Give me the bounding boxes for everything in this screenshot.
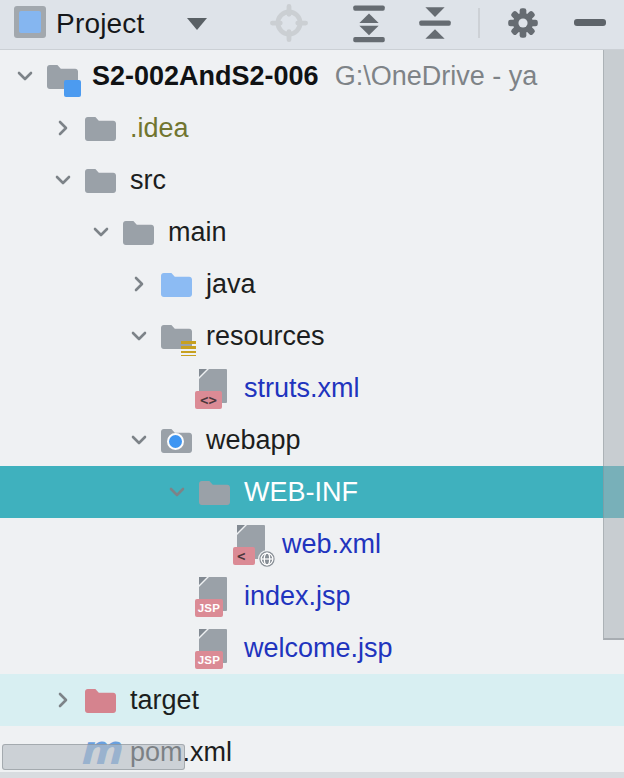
tree-row-web-xml[interactable]: <web.xml <box>0 518 624 570</box>
project-view-title[interactable]: Project <box>56 8 145 40</box>
jsp-badge: JSP <box>195 651 223 669</box>
project-tree: S2-002AndS2-006G:\OneDrive - ya.ideasrcm… <box>0 50 624 778</box>
hide-tool-window-button[interactable] <box>568 1 610 45</box>
tree-row-webapp[interactable]: webapp <box>0 414 624 466</box>
tree-item-label: main <box>168 206 227 258</box>
tree-row-idea[interactable]: .idea <box>0 102 624 154</box>
chevron-down-icon[interactable] <box>120 321 158 351</box>
collapse-all-button[interactable] <box>414 1 456 45</box>
gear-icon <box>502 2 544 44</box>
tree-item-label: .idea <box>130 102 189 154</box>
tree-item-label: resources <box>206 310 325 362</box>
expand-all-icon <box>348 2 390 44</box>
project-toolbar: Project <box>0 0 624 50</box>
tree-row-web-inf[interactable]: WEB-INF <box>0 466 624 518</box>
chevron-right-icon[interactable] <box>44 113 82 143</box>
vertical-scrollbar-thumb[interactable] <box>603 50 624 640</box>
java-source-folder-icon <box>158 263 194 305</box>
chevron-right-icon[interactable] <box>44 685 82 715</box>
tree-item-label: S2-002AndS2-006 <box>92 50 319 102</box>
tree-item-label: WEB-INF <box>244 466 358 518</box>
collapse-all-icon <box>414 2 456 44</box>
toolbar-separator <box>478 8 480 38</box>
tree-item-label: java <box>206 258 256 310</box>
chevron-down-icon[interactable] <box>82 217 120 247</box>
select-opened-file-button[interactable] <box>268 1 310 45</box>
tree-item-label: webapp <box>206 414 301 466</box>
webapp-folder-icon <box>158 419 194 461</box>
chevron-down-icon[interactable] <box>187 18 207 30</box>
settings-gear-button[interactable] <box>502 1 544 45</box>
chevron-down-icon[interactable] <box>6 61 44 91</box>
tree-item-label: web.xml <box>282 518 381 570</box>
resources-badge <box>181 341 196 356</box>
chevron-spacer <box>158 373 196 403</box>
tree-item-label: src <box>130 154 166 206</box>
chevron-right-icon[interactable] <box>120 269 158 299</box>
xml-badge: <> <box>195 391 222 409</box>
folder-icon <box>120 211 156 253</box>
chevron-spacer <box>158 633 196 663</box>
project-path: G:\OneDrive - ya <box>335 61 538 92</box>
tree-row-src[interactable]: src <box>0 154 624 206</box>
chevron-down-icon[interactable] <box>44 165 82 195</box>
tree-row-target[interactable]: target <box>0 674 624 726</box>
excluded-folder-icon <box>82 679 118 721</box>
tool-window-inner-pane <box>19 11 41 33</box>
horizontal-scrollbar-thumb[interactable] <box>2 744 185 770</box>
jsp-file-icon: JSP <box>196 627 232 669</box>
tree-row-java[interactable]: java <box>0 258 624 310</box>
folder-icon <box>196 471 232 513</box>
tree-row-struts-xml[interactable]: <>struts.xml <box>0 362 624 414</box>
jsp-file-icon: JSP <box>196 575 232 617</box>
globe-icon <box>258 550 276 568</box>
tree-row-resources[interactable]: resources <box>0 310 624 362</box>
tree-item-label: struts.xml <box>244 362 360 414</box>
tree-row-root[interactable]: S2-002AndS2-006G:\OneDrive - ya <box>0 50 624 102</box>
chevron-down-icon[interactable] <box>120 425 158 455</box>
tree-row-welcome-jsp[interactable]: JSPwelcome.jsp <box>0 622 624 674</box>
folder-icon <box>82 159 118 201</box>
resources-folder-icon <box>158 315 194 357</box>
chevron-spacer <box>196 529 234 559</box>
tree-item-label: index.jsp <box>244 570 351 622</box>
project-tool-window-icon[interactable] <box>14 6 46 38</box>
web-xml-file-icon: < <box>234 523 270 565</box>
chevron-spacer <box>158 581 196 611</box>
minimize-icon <box>574 19 606 26</box>
tree-item-label: welcome.jsp <box>244 622 393 674</box>
folder-icon <box>82 107 118 149</box>
jsp-badge: JSP <box>195 599 223 617</box>
tree-item-label: target <box>130 674 199 726</box>
xml-badge: < <box>233 547 255 565</box>
web-resource-badge <box>167 433 184 450</box>
project-folder-icon <box>44 55 80 97</box>
project-root-badge <box>64 80 81 97</box>
horizontal-scrollbar-track <box>0 772 624 778</box>
xml-file-icon: <> <box>196 367 232 409</box>
chevron-down-icon[interactable] <box>158 477 196 507</box>
expand-all-button[interactable] <box>348 1 390 45</box>
tree-row-main[interactable]: main <box>0 206 624 258</box>
tree-row-index-jsp[interactable]: JSPindex.jsp <box>0 570 624 622</box>
locate-crosshair-icon <box>270 4 308 42</box>
